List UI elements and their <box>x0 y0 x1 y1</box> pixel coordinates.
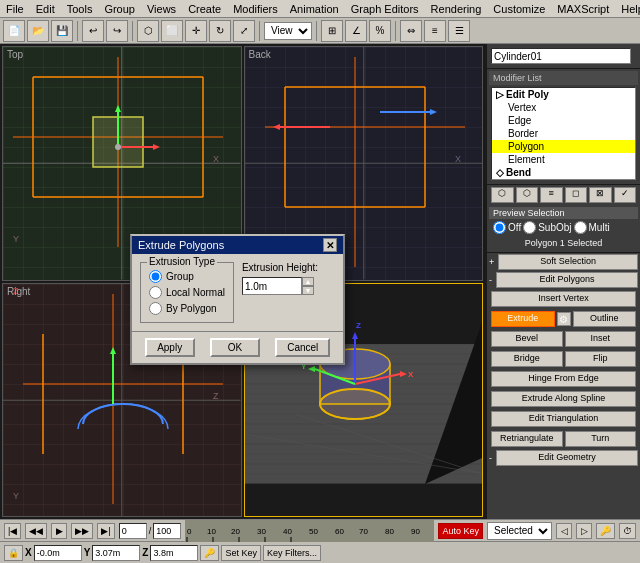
extrude-spline-btn[interactable]: Extrude Along Spline <box>491 391 636 407</box>
open-btn[interactable]: 📂 <box>27 20 49 42</box>
key-filters-btn[interactable]: Key Filters... <box>263 545 321 561</box>
menu-file[interactable]: File <box>0 2 30 16</box>
menu-create[interactable]: Create <box>182 2 227 16</box>
menu-rendering[interactable]: Rendering <box>425 2 488 16</box>
extrude-settings-btn[interactable]: ⚙ <box>557 312 571 326</box>
set-key-btn[interactable]: Set Key <box>221 545 261 561</box>
time-config-btn[interactable]: ⏱ <box>619 523 636 539</box>
timeline-next-btn[interactable]: ▶| <box>97 523 114 539</box>
modifier-edit-poly[interactable]: ▷ Edit Poly <box>492 88 635 101</box>
layers-btn[interactable]: ☰ <box>448 20 470 42</box>
menu-animation[interactable]: Animation <box>284 2 345 16</box>
edit-polygons-btn[interactable]: Edit Polygons <box>496 272 638 288</box>
edit-geometry-btn[interactable]: Edit Geometry <box>496 450 638 466</box>
apply-button[interactable]: Apply <box>145 338 195 357</box>
percent-snap-btn[interactable]: % <box>369 20 391 42</box>
preview-subobj-radio[interactable] <box>523 221 536 234</box>
retriangulate-btn[interactable]: Retriangulate <box>491 431 563 447</box>
modifier-element-label: Element <box>508 154 545 165</box>
menu-views[interactable]: Views <box>141 2 182 16</box>
turn-btn[interactable]: Turn <box>565 431 637 447</box>
soft-selection-btn[interactable]: Soft Selection <box>498 254 638 270</box>
outline-btn[interactable]: Outline <box>573 311 637 327</box>
menu-maxscript[interactable]: MAXScript <box>551 2 615 16</box>
mod-icon-5[interactable]: ⊠ <box>589 187 612 203</box>
modifier-edge[interactable]: Edge <box>492 114 635 127</box>
mod-icon-6[interactable]: ✓ <box>614 187 637 203</box>
save-btn[interactable]: 💾 <box>51 20 73 42</box>
angle-snap-btn[interactable]: ∠ <box>345 20 367 42</box>
auto-key-btn[interactable]: Auto Key <box>438 523 483 539</box>
preview-selection-section: Preview Selection Off SubObj Multi Polyg… <box>487 205 640 253</box>
flip-btn[interactable]: Flip <box>565 351 637 367</box>
mod-icon-1[interactable]: ⬡ <box>491 187 514 203</box>
preview-off-radio[interactable] <box>493 221 506 234</box>
key-icon-btn[interactable]: 🔑 <box>200 545 219 561</box>
spinner-up-btn[interactable]: ▲ <box>302 277 314 286</box>
bridge-btn[interactable]: Bridge <box>491 351 563 367</box>
current-frame-input[interactable] <box>119 523 147 539</box>
menu-edit[interactable]: Edit <box>30 2 61 16</box>
menu-help[interactable]: Help <box>615 2 640 16</box>
ok-button[interactable]: OK <box>210 338 260 357</box>
extrude-btn[interactable]: Extrude <box>491 311 555 327</box>
insert-vertex-btn[interactable]: Insert Vertex <box>491 291 636 307</box>
menu-customize[interactable]: Customize <box>487 2 551 16</box>
extrude-dialog[interactable]: Extrude Polygons ✕ Extrusion Type Group … <box>130 234 345 365</box>
x-coord-input[interactable] <box>34 545 82 561</box>
total-frames-input[interactable] <box>153 523 181 539</box>
cancel-button[interactable]: Cancel <box>275 338 330 357</box>
align-btn[interactable]: ≡ <box>424 20 446 42</box>
y-coord-input[interactable] <box>92 545 140 561</box>
timeline-play-fwd-btn[interactable]: ▶▶ <box>71 523 93 539</box>
radio-group-btn[interactable] <box>149 270 162 283</box>
preview-multi-radio[interactable] <box>574 221 587 234</box>
timeline-track[interactable]: 0 10 20 30 40 50 60 70 80 90 100 <box>185 520 434 542</box>
menu-group[interactable]: Group <box>98 2 141 16</box>
snap-btn[interactable]: ⊞ <box>321 20 343 42</box>
inset-btn[interactable]: Inset <box>565 331 637 347</box>
modifier-border[interactable]: Border <box>492 127 635 140</box>
modifier-bend-icon: ◇ <box>496 167 504 178</box>
radio-by-polygon-btn[interactable] <box>149 302 162 315</box>
mirror-btn[interactable]: ⇔ <box>400 20 422 42</box>
redo-btn[interactable]: ↪ <box>106 20 128 42</box>
scale-btn[interactable]: ⤢ <box>233 20 255 42</box>
dialog-close-button[interactable]: ✕ <box>323 238 337 252</box>
next-frame-btn[interactable]: ▷ <box>576 523 592 539</box>
move-btn[interactable]: ✛ <box>185 20 207 42</box>
rotate-btn[interactable]: ↻ <box>209 20 231 42</box>
lock-btn[interactable]: 🔒 <box>4 545 23 561</box>
modifier-vertex[interactable]: Vertex <box>492 101 635 114</box>
menu-graph-editors[interactable]: Graph Editors <box>345 2 425 16</box>
reference-dropdown[interactable]: View <box>264 22 312 40</box>
prev-frame-btn[interactable]: ◁ <box>556 523 572 539</box>
mod-icon-3[interactable]: ≡ <box>540 187 563 203</box>
bevel-btn[interactable]: Bevel <box>491 331 563 347</box>
key-mode-btn[interactable]: 🔑 <box>596 523 615 539</box>
select-region-btn[interactable]: ⬜ <box>161 20 183 42</box>
z-coord-input[interactable] <box>150 545 198 561</box>
extrude-outline-row: Extrude ⚙ Outline <box>487 309 640 329</box>
edit-triangulation-btn[interactable]: Edit Triangulation <box>491 411 636 427</box>
modifier-polygon[interactable]: Polygon <box>492 140 635 153</box>
menu-tools[interactable]: Tools <box>61 2 99 16</box>
menu-modifiers[interactable]: Modifiers <box>227 2 284 16</box>
select-btn[interactable]: ⬡ <box>137 20 159 42</box>
spinner-down-btn[interactable]: ▼ <box>302 286 314 295</box>
object-name-input[interactable] <box>491 48 631 64</box>
timeline-prev-btn[interactable]: |◀ <box>4 523 21 539</box>
key-mode-select[interactable]: Selected <box>487 522 552 540</box>
mod-icon-4[interactable]: ◻ <box>565 187 588 203</box>
hinge-btn[interactable]: Hinge From Edge <box>491 371 636 387</box>
radio-local-normal-btn[interactable] <box>149 286 162 299</box>
height-input[interactable] <box>242 277 302 295</box>
timeline-play-back-btn[interactable]: ◀◀ <box>25 523 47 539</box>
modifier-bend[interactable]: ◇ Bend <box>492 166 635 179</box>
preview-header: Preview Selection <box>489 207 638 219</box>
mod-icon-2[interactable]: ⬡ <box>516 187 539 203</box>
undo-btn[interactable]: ↩ <box>82 20 104 42</box>
new-btn[interactable]: 📄 <box>3 20 25 42</box>
modifier-element[interactable]: Element <box>492 153 635 166</box>
timeline-play-btn[interactable]: ▶ <box>51 523 67 539</box>
